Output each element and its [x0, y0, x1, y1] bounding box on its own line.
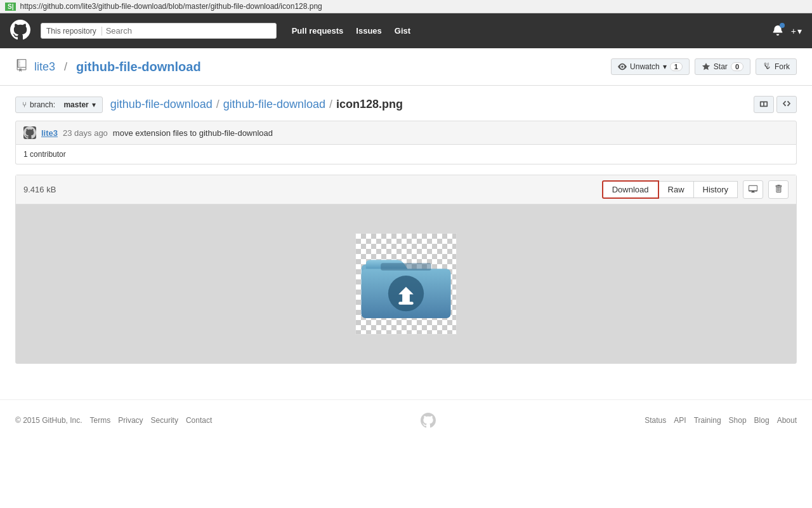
list-view-button[interactable] — [754, 96, 774, 113]
repo-owner[interactable]: lite3 — [34, 60, 55, 74]
repo-header: lite3 / github-file-download Unwatch ▾ 1… — [0, 48, 812, 86]
footer-shop[interactable]: Shop — [729, 416, 747, 425]
unwatch-count: 1 — [670, 62, 683, 71]
footer-training[interactable]: Training — [694, 416, 721, 425]
footer-copyright: © 2015 GitHub, Inc. — [15, 416, 82, 425]
preview-image — [358, 236, 454, 331]
footer-terms[interactable]: Terms — [90, 416, 111, 425]
branch-prefix: branch: — [30, 100, 55, 109]
github-logo[interactable] — [10, 20, 30, 42]
file-nav: ⑂ branch: master ▾ github-file-download … — [15, 96, 797, 113]
footer-security[interactable]: Security — [151, 416, 178, 425]
header-nav: Pull requests Issues Gist — [292, 26, 410, 36]
branch-selector[interactable]: ⑂ branch: master ▾ — [15, 97, 103, 113]
chevron-down-icon: ▾ — [663, 62, 667, 71]
star-label: Star — [714, 62, 728, 71]
fork-button[interactable]: Fork — [756, 58, 797, 75]
commit-message: move extension files to github-file-down… — [113, 128, 273, 138]
repo-name[interactable]: github-file-download — [76, 60, 201, 74]
commit-author[interactable]: lite3 — [41, 128, 58, 138]
file-view-icons — [754, 96, 797, 113]
nav-gist[interactable]: Gist — [395, 26, 410, 36]
contributor-bar: 1 contributor — [15, 145, 797, 164]
search-input[interactable] — [106, 26, 271, 36]
delete-icon[interactable] — [768, 180, 789, 199]
repo-actions: Unwatch ▾ 1 Star 0 Fork — [611, 58, 797, 75]
notification-icon[interactable] — [772, 24, 783, 37]
star-button[interactable]: Star 0 — [695, 58, 750, 75]
history-button[interactable]: History — [693, 181, 738, 198]
image-preview-container — [355, 233, 457, 335]
breadcrumb-sep-1: / — [216, 98, 219, 111]
contributor-count: 1 — [23, 150, 28, 159]
breadcrumb: github-file-download / github-file-downl… — [110, 98, 403, 111]
repo-title: lite3 / github-file-download — [15, 59, 201, 75]
url-text: https://github.com/lite3/github-file-dow… — [20, 2, 322, 11]
file-viewer-header: 9.416 kB Download Raw History — [16, 175, 796, 204]
content: ⑂ branch: master ▾ github-file-download … — [0, 86, 812, 374]
image-preview-area — [16, 204, 796, 363]
file-size: 9.416 kB — [23, 185, 56, 194]
breadcrumb-link-1[interactable]: github-file-download — [110, 98, 213, 111]
nav-pull-requests[interactable]: Pull requests — [292, 26, 344, 36]
contributor-label-text: contributor — [30, 150, 66, 159]
ssl-badge: S| — [5, 3, 16, 11]
footer-about[interactable]: About — [777, 416, 797, 425]
unwatch-button[interactable]: Unwatch ▾ 1 — [611, 58, 690, 75]
footer-status[interactable]: Status — [645, 416, 666, 425]
footer-github-logo — [421, 413, 436, 428]
file-actions: Download Raw History — [602, 180, 789, 199]
raw-button[interactable]: Raw — [658, 181, 694, 198]
breadcrumb-link-2[interactable]: github-file-download — [223, 98, 325, 111]
header: This repository Pull requests Issues Gis… — [0, 13, 812, 48]
footer-left: © 2015 GitHub, Inc. Terms Privacy Securi… — [15, 416, 212, 425]
footer: © 2015 GitHub, Inc. Terms Privacy Securi… — [0, 399, 812, 441]
address-bar: S| https://github.com/lite3/github-file-… — [0, 0, 812, 13]
svg-rect-4 — [398, 302, 413, 305]
star-count: 0 — [731, 62, 743, 71]
commit-info-bar: lite3 23 days ago move extension files t… — [15, 121, 797, 145]
footer-right: Status API Training Shop Blog About — [645, 416, 797, 425]
footer-api[interactable]: API — [674, 416, 686, 425]
chevron-down-icon: ▾ — [797, 26, 802, 36]
commit-time: 23 days ago — [63, 128, 108, 138]
footer-center — [421, 413, 436, 428]
footer-contact[interactable]: Contact — [186, 416, 212, 425]
desktop-icon[interactable] — [743, 180, 763, 199]
chevron-down-icon: ▾ — [92, 100, 96, 109]
download-button[interactable]: Download — [602, 180, 659, 199]
branch-icon: ⑂ — [22, 100, 27, 109]
repo-separator: / — [64, 60, 67, 74]
footer-privacy[interactable]: Privacy — [118, 416, 143, 425]
search-scope-label: This repository — [46, 27, 102, 36]
breadcrumb-current: icon128.png — [336, 98, 403, 111]
search-box[interactable]: This repository — [41, 23, 277, 39]
fork-label: Fork — [775, 62, 790, 71]
author-avatar — [23, 126, 36, 139]
breadcrumb-sep-2: / — [329, 98, 332, 111]
notification-dot — [780, 23, 785, 28]
svg-rect-1 — [381, 263, 431, 271]
code-view-button[interactable] — [776, 96, 797, 113]
footer-blog[interactable]: Blog — [754, 416, 769, 425]
plus-menu[interactable]: + ▾ — [791, 26, 802, 36]
nav-issues[interactable]: Issues — [356, 26, 381, 36]
unwatch-label: Unwatch — [630, 62, 660, 71]
repo-icon — [15, 59, 28, 75]
file-viewer: 9.416 kB Download Raw History — [15, 175, 797, 364]
branch-name: master — [63, 100, 88, 109]
plus-label: + — [791, 26, 796, 36]
header-right: + ▾ — [772, 24, 802, 37]
